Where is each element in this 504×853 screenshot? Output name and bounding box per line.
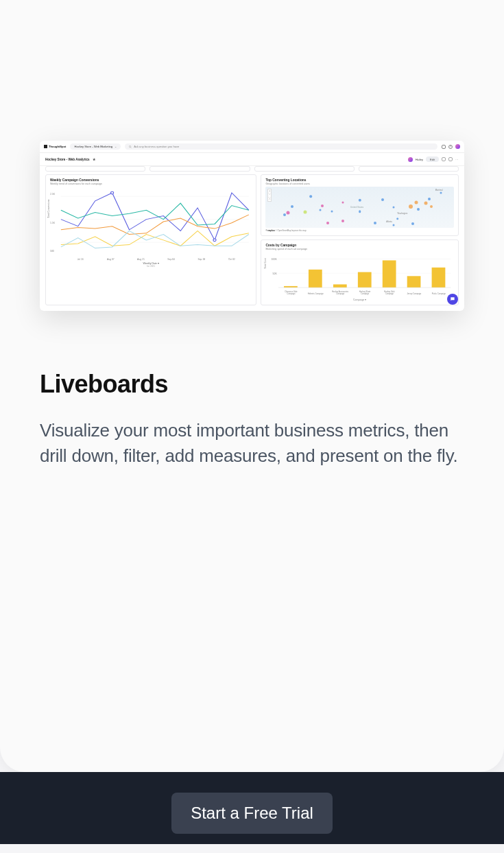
svg-rect-14 bbox=[358, 272, 372, 288]
svg-point-0 bbox=[130, 145, 131, 147]
y-tick: 2.5K bbox=[50, 193, 55, 196]
x-axis-label: Campaign ▾ bbox=[353, 299, 366, 301]
footer-bar: Start a Free Trial bbox=[0, 772, 504, 844]
svg-line-1 bbox=[131, 147, 132, 148]
section-body: Visualize your most important business m… bbox=[40, 418, 464, 469]
map-dot bbox=[320, 209, 322, 211]
chart-title: Weekly Campaign Conversions bbox=[50, 178, 252, 182]
map-dot bbox=[417, 208, 420, 211]
download-icon[interactable] bbox=[448, 157, 453, 161]
line-chart-svg bbox=[50, 187, 252, 268]
zoom-reset-icon[interactable]: ⌂ bbox=[268, 198, 271, 201]
chevron-down-icon: ⌄ bbox=[115, 145, 117, 148]
help-icon[interactable]: ? bbox=[448, 145, 453, 149]
line-chart[interactable]: Total Conversions 2.5K 1.5K 500 Jul 24 A… bbox=[50, 187, 252, 268]
svg-text:50K: 50K bbox=[273, 272, 278, 275]
map-dot bbox=[393, 224, 395, 226]
map-dot bbox=[415, 200, 418, 204]
more-icon[interactable]: ··· bbox=[455, 158, 459, 161]
x-tick: Sep 04 bbox=[167, 258, 175, 261]
map-dot bbox=[440, 192, 442, 194]
map-dot bbox=[283, 213, 286, 216]
x-tick: Aug 21 bbox=[137, 258, 145, 261]
x-tick: Jersey Campaign bbox=[405, 294, 423, 296]
map-dot bbox=[331, 211, 333, 213]
brand-logo: ThoughtSpot bbox=[44, 145, 66, 148]
map-dot bbox=[358, 199, 361, 202]
chart-subtitle: Marketing spend of each ad campaign bbox=[265, 248, 454, 250]
map-label: Atlanta bbox=[386, 220, 392, 223]
topbar-actions: ? bbox=[442, 144, 460, 149]
section-heading: Liveboards bbox=[40, 370, 464, 399]
logo-icon bbox=[44, 145, 47, 148]
share-icon[interactable] bbox=[442, 157, 446, 161]
start-free-trial-button[interactable]: Start a Free Trial bbox=[171, 793, 333, 834]
owner-avatar[interactable] bbox=[408, 157, 413, 162]
stat-card[interactable] bbox=[254, 166, 355, 172]
page-subheader: Hockey Store - Web Analytics ★ Hailey Ed… bbox=[40, 153, 464, 166]
search-input[interactable]: Ask any business question you have bbox=[125, 143, 437, 150]
search-placeholder: Ask any business question you have bbox=[134, 145, 179, 148]
svg-rect-16 bbox=[407, 276, 421, 288]
map-dot bbox=[396, 218, 399, 220]
map-attribution: © mapbox © OpenStreetMap Improve this ma… bbox=[265, 229, 454, 232]
search-icon bbox=[129, 145, 132, 148]
map-dot bbox=[381, 198, 384, 201]
map-label: United States bbox=[350, 206, 363, 209]
x-tick: Hockey Accessories Campaign bbox=[331, 292, 349, 296]
x-tick: Pucks Campaign bbox=[430, 294, 448, 296]
svg-rect-13 bbox=[333, 284, 347, 288]
chat-icon bbox=[450, 296, 455, 302]
svg-rect-12 bbox=[309, 270, 322, 288]
map-label: Washington bbox=[398, 212, 408, 215]
svg-text:100K: 100K bbox=[272, 258, 278, 261]
y-axis-label: Total Cost bbox=[264, 259, 267, 269]
brand-name: ThoughtSpot bbox=[49, 145, 66, 148]
stat-card[interactable] bbox=[359, 166, 459, 172]
map-dot bbox=[287, 211, 290, 214]
svg-rect-11 bbox=[284, 286, 298, 288]
stat-card[interactable] bbox=[149, 166, 250, 172]
x-tick: Aug 07 bbox=[107, 258, 115, 261]
map-label: Montreal bbox=[435, 189, 443, 191]
svg-rect-17 bbox=[432, 268, 446, 288]
svg-rect-15 bbox=[383, 260, 396, 288]
app-screenshot: ThoughtSpot Hockey Store - Web Marketing… bbox=[40, 141, 464, 311]
x-tick: Hockey Skate Campaign bbox=[356, 292, 374, 296]
workspace-pill[interactable]: Hockey Store - Web Marketing⌄ bbox=[70, 143, 121, 150]
stat-card[interactable] bbox=[45, 166, 145, 172]
line-chart-panel: Weekly Campaign Conversions Weekly trend… bbox=[45, 174, 256, 305]
grid-icon[interactable] bbox=[442, 145, 446, 149]
x-tick: Clearance Sale Campaign bbox=[282, 292, 300, 296]
map-dot bbox=[424, 202, 427, 205]
chart-subtitle: Geographic locations of converted users bbox=[265, 183, 454, 185]
edit-button[interactable]: Edit bbox=[426, 156, 439, 162]
x-tick: Helmets Campaign bbox=[307, 294, 324, 296]
chat-fab[interactable] bbox=[447, 294, 458, 305]
map-dot bbox=[341, 220, 344, 222]
chart-title: Top Converting Locations bbox=[265, 178, 454, 182]
workspace-name: Hockey Store - Web Marketing bbox=[74, 145, 112, 148]
star-icon[interactable]: ★ bbox=[93, 158, 95, 161]
y-axis-label: Total Conversions bbox=[47, 200, 50, 218]
map-dot bbox=[341, 202, 344, 204]
x-axis-sublabel: for 2021 bbox=[147, 265, 155, 268]
bar-chart[interactable]: Total Cost 100K50K Clearance Sale Campai… bbox=[265, 252, 454, 301]
chart-title: Costs by Campaign bbox=[265, 244, 454, 247]
x-tick: Oct 02 bbox=[228, 258, 235, 261]
map-dot bbox=[430, 205, 433, 208]
owner-name: Hailey bbox=[416, 158, 423, 161]
x-tick: Hockey Stick Campaign bbox=[381, 292, 398, 296]
y-tick: 1.5K bbox=[50, 222, 55, 224]
map-zoom-control[interactable]: +−⌂ bbox=[267, 189, 272, 202]
y-tick: 500 bbox=[50, 250, 54, 253]
feature-text: Liveboards Visualize your most important… bbox=[0, 311, 504, 469]
feature-card: ThoughtSpot Hockey Store - Web Marketing… bbox=[0, 0, 504, 772]
chart-subtitle: Weekly trend of conversions for each cam… bbox=[50, 183, 252, 185]
svg-point-6 bbox=[213, 239, 216, 242]
svg-point-5 bbox=[111, 191, 114, 194]
map-dot bbox=[359, 210, 361, 213]
map-dot bbox=[411, 222, 414, 225]
user-avatar[interactable] bbox=[455, 144, 460, 149]
map-chart[interactable]: +−⌂ Montreal United States Washington At… bbox=[265, 187, 454, 228]
